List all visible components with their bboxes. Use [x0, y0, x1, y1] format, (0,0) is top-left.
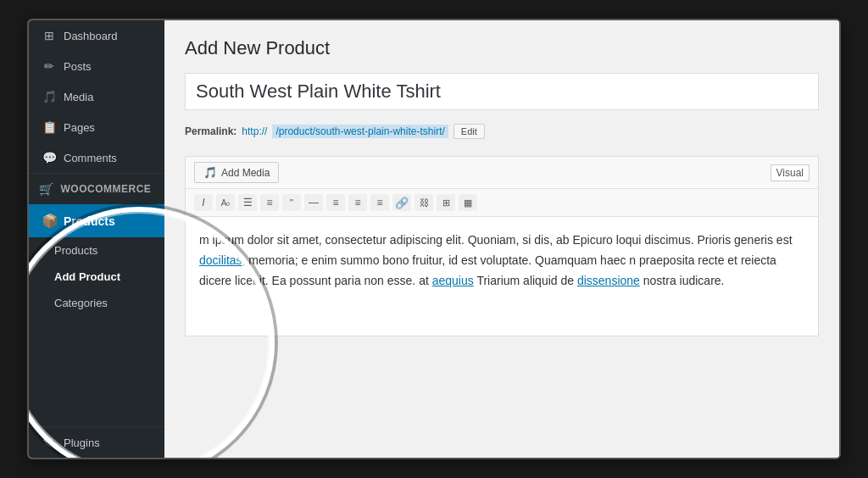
products-icon: 📦 — [42, 213, 57, 229]
toolbar-italic[interactable]: I — [194, 194, 213, 211]
sidebar-sub-categories[interactable]: Categories — [29, 290, 164, 316]
sidebar-item-dashboard[interactable]: ⊞ Dashboard — [29, 20, 164, 51]
toolbar-table[interactable]: ▦ — [459, 194, 477, 211]
main-content: Add New Product Permalink: http:// /prod… — [164, 20, 839, 458]
toolbar-align-center[interactable]: ≡ — [348, 194, 367, 211]
comments-icon: 💬 — [42, 151, 57, 164]
sidebar-item-plugins[interactable]: 🔌 Plugins — [29, 427, 164, 458]
page-title: Add New Product — [185, 37, 819, 59]
permalink-prefix: http:// — [242, 125, 267, 137]
screenshot-wrapper: ⊞ Dashboard ✏ Posts 🎵 Media 📋 Pages 💬 Co… — [27, 19, 841, 459]
plugins-icon: 🔌 — [42, 436, 57, 449]
sidebar-item-comments[interactable]: 💬 Comments — [29, 142, 164, 173]
products-label: Products — [64, 214, 115, 228]
posts-icon: ✏ — [42, 59, 57, 73]
product-title-input[interactable] — [185, 73, 819, 110]
toolbar-font-size[interactable]: A₀ — [216, 194, 235, 211]
sidebar-item-label: Media — [64, 91, 93, 103]
sidebar-item-label: Posts — [64, 60, 92, 73]
toolbar-ol[interactable]: ≡ — [260, 194, 279, 211]
permalink-edit-button[interactable]: Edit — [453, 124, 485, 139]
editor-toolbar-top: 🎵 Add Media Visual — [186, 157, 818, 189]
permalink-row: Permalink: http:// /product/south-west-p… — [185, 119, 819, 144]
editor-container: 🎵 Add Media Visual I A₀ ☰ ≡ " — ≡ ≡ ≡ 🔗 … — [185, 156, 819, 336]
toolbar-align-left[interactable]: ≡ — [326, 194, 345, 211]
editor-text: m ipsum dolor sit amet, consectetur adip… — [199, 231, 804, 291]
editor-toolbar-icons: I A₀ ☰ ≡ " — ≡ ≡ ≡ 🔗 ⛓ ⊞ ▦ — [186, 189, 818, 217]
sidebar-item-label: Comments — [64, 152, 117, 164]
toolbar-ul[interactable]: ☰ — [238, 194, 257, 211]
permalink-label: Permalink: — [185, 125, 236, 137]
sidebar-item-media[interactable]: 🎵 Media — [29, 81, 164, 112]
toolbar-link[interactable]: 🔗 — [392, 194, 411, 211]
woocommerce-header: 🛒 WooCommerce — [29, 173, 164, 204]
woocommerce-label: WooCommerce — [61, 183, 152, 195]
sidebar-sub-add-product[interactable]: Add Product — [29, 264, 164, 290]
sidebar-bottom: 🔌 Plugins — [29, 426, 164, 458]
dashboard-icon: ⊞ — [42, 29, 57, 42]
sidebar-item-pages[interactable]: 📋 Pages — [29, 112, 164, 142]
editor-link-dissensione[interactable]: dissensione — [577, 274, 640, 287]
sidebar: ⊞ Dashboard ✏ Posts 🎵 Media 📋 Pages 💬 Co… — [29, 20, 164, 458]
editor-body[interactable]: m ipsum dolor sit amet, consectetur adip… — [186, 217, 818, 336]
toolbar-align-right[interactable]: ≡ — [370, 194, 389, 211]
add-media-label: Add Media — [221, 167, 270, 179]
media-icon: 🎵 — [42, 90, 57, 103]
editor-link-docilitas[interactable]: docilitas — [199, 253, 242, 267]
toolbar-blockquote[interactable]: " — [282, 194, 301, 211]
pages-icon: 📋 — [42, 120, 57, 134]
visual-tab[interactable]: Visual — [771, 164, 810, 181]
sidebar-item-label: Pages — [64, 121, 95, 134]
toolbar-hr[interactable]: — — [304, 194, 323, 211]
add-media-icon: 🎵 — [203, 166, 217, 179]
add-media-button[interactable]: 🎵 Add Media — [194, 162, 279, 183]
sidebar-item-products[interactable]: 📦 Products — [29, 204, 164, 237]
editor-link-aequius[interactable]: aequius — [432, 274, 474, 287]
plugins-label: Plugins — [64, 436, 100, 449]
woocommerce-icon: 🛒 — [39, 182, 54, 196]
toolbar-unlink[interactable]: ⛓ — [415, 194, 433, 211]
sidebar-item-label: Dashboard — [64, 30, 118, 42]
sidebar-item-posts[interactable]: ✏ Posts — [29, 51, 164, 81]
permalink-link[interactable]: /product/south-west-plain-white-tshirt/ — [272, 125, 448, 138]
sidebar-sub-products[interactable]: Products — [29, 237, 164, 264]
toolbar-insert[interactable]: ⊞ — [437, 194, 455, 211]
